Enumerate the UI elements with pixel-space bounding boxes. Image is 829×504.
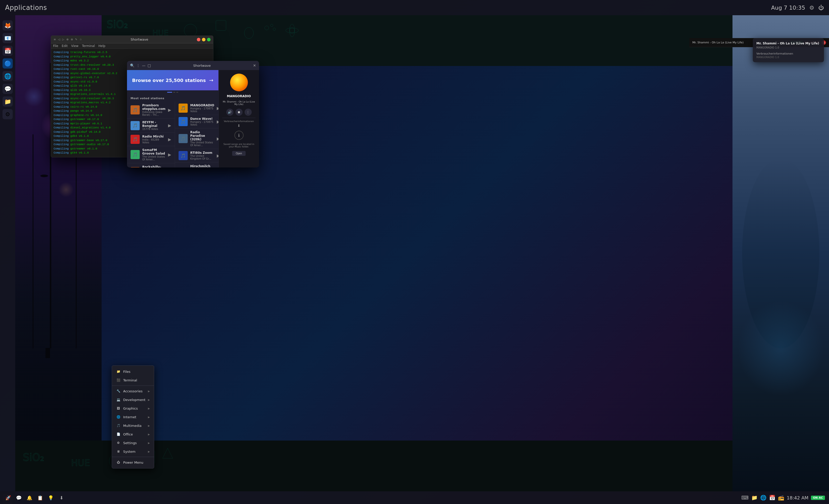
- taskbar-icon-4[interactable]: 💡: [47, 494, 55, 502]
- station-item-4[interactable]: 🎵 SomaFM Groove Salad The United States …: [127, 146, 175, 163]
- station-name-1: Prambors otopplus.com: [142, 104, 166, 111]
- now-playing-station: MANGORADIO 1.0: [756, 46, 820, 49]
- menu-item-accessories[interactable]: 🔧 Accessories ▶: [112, 387, 154, 395]
- water-wallpaper: [732, 15, 829, 491]
- play-btn-4[interactable]: ▶: [168, 152, 171, 157]
- station-icon-r2: 🎵: [179, 117, 188, 126]
- dock-icon-blue[interactable]: 🔵: [3, 59, 13, 69]
- station-item-1[interactable]: 🎵 Prambors otopplus.com Indonesia (Jawa …: [127, 102, 175, 118]
- menu-item-graphics[interactable]: 🖼 Graphics ▶: [112, 404, 154, 413]
- taskbar-icon-start[interactable]: 🚀: [4, 494, 12, 502]
- menu-item-files[interactable]: 📁 Files: [112, 367, 154, 376]
- station-item-r2[interactable]: 🎵 Dance Wave! Hungary - 170875 Votes ▶: [175, 115, 218, 128]
- menu-item-power[interactable]: ⏻ Power Menu: [112, 458, 154, 467]
- menu-help[interactable]: Help: [99, 44, 105, 48]
- play-btn-r2[interactable]: ▶: [217, 119, 218, 124]
- now-playing-panel: Mr. Shammi - Oh La La (Live My Life) MAN…: [753, 38, 824, 62]
- panel-icon-power[interactable]: ⏻: [818, 5, 824, 11]
- play-btn-r1[interactable]: ▶: [217, 106, 218, 111]
- taskbar-icon-files[interactable]: 📁: [751, 495, 758, 501]
- taskbar-icon-3[interactable]: 📋: [36, 494, 44, 502]
- station-item-3[interactable]: 🎵 Radio Mirchi India - 65289 Votes ▶: [127, 133, 175, 146]
- settings-icon: ⚙: [116, 440, 121, 445]
- svg-point-7: [273, 28, 276, 31]
- panel-icon-settings[interactable]: ⚙: [809, 5, 814, 11]
- menu-label-settings: Settings: [123, 441, 137, 445]
- dock-icon-settings[interactable]: ⚙: [3, 109, 13, 119]
- dock-icon-browser[interactable]: 🌐: [3, 71, 13, 81]
- download-icon[interactable]: ⬇: [222, 124, 255, 128]
- taskbar-icon-calendar[interactable]: 📅: [769, 495, 776, 501]
- taskbar-icon-1[interactable]: 💬: [15, 494, 23, 502]
- dock-icon-email[interactable]: 📧: [3, 33, 13, 43]
- open-folder-btn[interactable]: Open: [232, 151, 245, 156]
- menu-item-system[interactable]: 🖥 System ▶: [112, 447, 154, 456]
- compile-line-1: Compiling tracing-futures v0.2.5: [53, 50, 211, 54]
- search-icon[interactable]: 🔍: [130, 64, 134, 68]
- app-menu-popup: 📁 Files ⬛ Terminal 🔧 Accessories ▶ 💻 Dev…: [112, 365, 154, 468]
- menu-edit[interactable]: Edit: [62, 44, 68, 48]
- dock-icon-calendar[interactable]: 📅: [3, 46, 13, 56]
- more-options-btn[interactable]: ⋮: [245, 109, 252, 116]
- station-info-3: Radio Mirchi India - 65289 Votes: [142, 135, 166, 144]
- terminal-titlebar: ≡ ◁ ▷ ⊕ ⊗ ✎ ☆ Shortwave: [51, 36, 213, 43]
- now-playing-track-sw: Mr. Shammi - Oh La La (Live My Life): [222, 101, 255, 106]
- bottom-taskbar: 🚀 💬 🔔 📋 💡 ⬇ ⌨ 📁 🌐 📅 📻 18:42 AM ON AC: [0, 491, 829, 504]
- taskbar-icon-2[interactable]: 🔔: [25, 494, 34, 502]
- more-icon[interactable]: ⋮: [136, 64, 140, 68]
- menu-label-development: Development: [123, 398, 146, 402]
- menu-item-terminal[interactable]: ⬛ Terminal: [112, 376, 154, 384]
- menu-item-development[interactable]: 💻 Development ▶: [112, 395, 154, 404]
- play-btn-r3[interactable]: ▶: [217, 136, 218, 141]
- shortwave-close-btn[interactable]: ✕: [253, 64, 256, 68]
- menu-label-system: System: [123, 450, 135, 454]
- menu-item-settings[interactable]: ⚙ Settings ▶: [112, 438, 154, 447]
- arrow-icon-graphics: ▶: [148, 407, 150, 410]
- taskbar-icon-shortwave[interactable]: 📻: [778, 495, 784, 501]
- taskbar-icon-chrome[interactable]: 🌐: [760, 495, 766, 501]
- terminal-minimize-btn[interactable]: [202, 38, 206, 41]
- menu-item-office[interactable]: 📄 Office ▶: [112, 430, 154, 438]
- menu-item-internet[interactable]: 🌐 Internet ▶: [112, 413, 154, 421]
- station-name-r5: Hirschmilch Radio Prog H...: [190, 164, 214, 167]
- play-btn-1[interactable]: ▶: [168, 108, 171, 112]
- stop-btn[interactable]: ⏹: [236, 109, 243, 116]
- shortwave-content: Browse over 25,500 stations → Most voted…: [127, 70, 259, 167]
- station-info-1: Prambors otopplus.com Indonesia (Jawa Ba…: [142, 104, 166, 116]
- svg-text:SiO₂: SiO₂: [107, 18, 128, 30]
- station-item-r1[interactable]: 🎵 MANGORADIO Hungary - 170875 Votes ▶: [175, 102, 218, 115]
- stations-left-col: 🎵 Prambors otopplus.com Indonesia (Jawa …: [127, 102, 175, 167]
- desktop: SiO₂ HUE SiO₂ HUE: [0, 0, 829, 504]
- shortwave-titlebar: 🔍 ⋮ — □ Shortwave ✕: [127, 61, 259, 70]
- station-item-5[interactable]: 🎵 Rockabilly-radio.net The United States…: [127, 163, 175, 167]
- play-btn-2[interactable]: ▶: [168, 123, 171, 128]
- station-item-r3[interactable]: 🎵 Radio Paradise (320k) The United State…: [175, 128, 218, 149]
- volume-btn[interactable]: 🔊: [226, 109, 233, 116]
- terminal-maximize-btn[interactable]: [207, 38, 211, 41]
- menu-file[interactable]: File: [53, 44, 58, 48]
- terminal-icon: ⬛: [116, 378, 121, 382]
- menu-view[interactable]: View: [71, 44, 78, 48]
- datetime-display: Aug 7 10:35: [771, 5, 805, 11]
- station-item-2[interactable]: 🎵 8EYFM - Bonginal 15778 Votes ▶: [127, 118, 175, 133]
- taskbar-icon-5[interactable]: ⬇: [58, 494, 66, 502]
- dock-icon-chat[interactable]: 💬: [3, 84, 13, 94]
- station-item-r4[interactable]: 🎵 RTI80s Zoom The United Kingdom Of Gr..…: [175, 149, 218, 162]
- station-sub-1: Indonesia (Jawa Barat) - Thi...: [142, 111, 166, 116]
- station-icon-r3: 🎵: [179, 134, 188, 143]
- applications-menu-button[interactable]: Applications: [5, 4, 47, 11]
- dock-icon-firefox[interactable]: 🦊: [3, 20, 13, 31]
- shortwave-hero[interactable]: Browse over 25,500 stations →: [127, 70, 218, 90]
- shortwave-maximize-btn[interactable]: □: [148, 64, 151, 68]
- play-btn-3[interactable]: ▶: [168, 137, 171, 142]
- station-icon-3: 🎵: [131, 135, 140, 144]
- station-item-r5[interactable]: 🎵 Hirschmilch Radio Prog H... Germany - …: [175, 162, 218, 167]
- menu-item-multimedia[interactable]: 🎵 Multimedia ▶: [112, 421, 154, 430]
- terminal-close-btn[interactable]: [197, 38, 201, 41]
- media-track-text: Mr. Shammi - Oh La La (Live My Life): [692, 41, 744, 44]
- dock-icon-files[interactable]: 📁: [3, 96, 13, 107]
- menu-terminal[interactable]: Terminal: [82, 44, 95, 48]
- shortwave-minimize-btn[interactable]: —: [142, 64, 146, 68]
- taskbar-icon-code[interactable]: ⌨: [742, 495, 749, 501]
- play-btn-r4[interactable]: ▶: [217, 153, 218, 158]
